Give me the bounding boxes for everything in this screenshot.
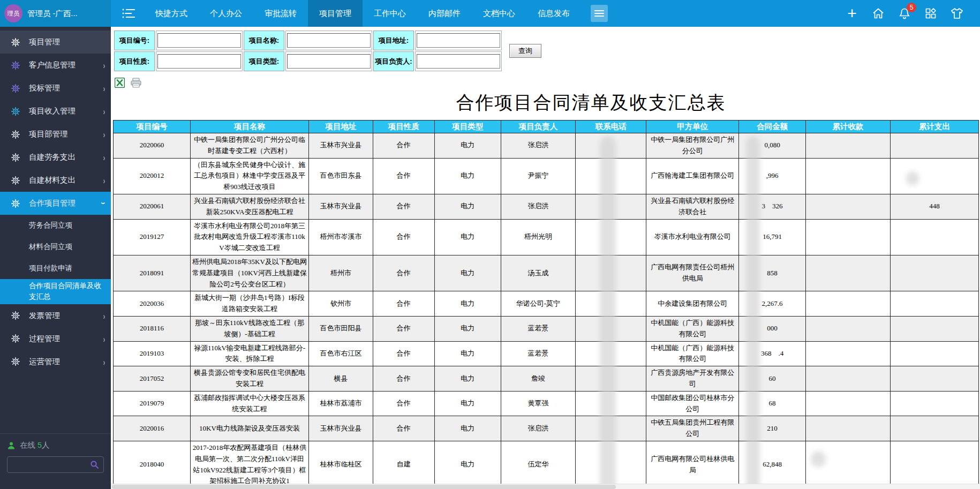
- table-cell: 广西电网有限责任公司梧州供电局: [646, 255, 739, 291]
- table-cell: 黄覃强: [501, 391, 575, 416]
- table-cell: 电力: [434, 158, 501, 194]
- table-cell: 中余建设集团有限公司: [646, 291, 739, 317]
- column-header: 项目负责人: [501, 121, 575, 133]
- sidebar-item-10[interactable]: 运营管理›: [0, 350, 111, 373]
- nav-tab-7[interactable]: 信息发布: [526, 0, 581, 27]
- table-cell: 詹竣: [501, 366, 575, 392]
- table-row-9[interactable]: 2019079荔浦邮政指挥调试中心大楼变压器系统安装工程桂林市荔浦市合作电力黄覃…: [114, 391, 979, 416]
- table-cell: 合作: [373, 219, 434, 255]
- nav-tab-5[interactable]: 内部邮件: [417, 0, 472, 27]
- theme-shirt-icon[interactable]: [950, 6, 964, 20]
- form-field-input-4[interactable]: [287, 54, 371, 69]
- table-cell: 10KV电力线路架设及变压器安装: [190, 416, 308, 441]
- excel-export-icon[interactable]: [115, 78, 125, 88]
- column-header: 合同金额: [739, 121, 805, 133]
- nav-tab-6[interactable]: 文档中心: [472, 0, 526, 27]
- plus-icon[interactable]: +: [845, 6, 859, 20]
- sidebar-item-0[interactable]: 项目管理: [0, 31, 111, 54]
- column-header: 项目类型: [434, 121, 501, 133]
- sidebar-item-7[interactable]: 合作项目管理›: [0, 192, 111, 215]
- form-field-input-3[interactable]: [157, 54, 241, 69]
- table-cell: 电力: [434, 391, 501, 416]
- sidebar-item-1[interactable]: 客户信息管理›: [0, 54, 111, 77]
- table-cell: [805, 194, 890, 219]
- table-cell: [575, 291, 646, 317]
- nav-tab-3[interactable]: 项目管理: [308, 0, 363, 27]
- gear-icon: [11, 357, 21, 366]
- table-row-0[interactable]: 2020060中铁一局集团有限公司广州分公司临时基建专变工程（六西村）玉林市兴业…: [114, 133, 979, 159]
- bell-icon[interactable]: 5: [898, 6, 911, 20]
- table-cell: 中铁五局集团贵州工程有限公司: [646, 416, 739, 441]
- sidebar-subitem-3[interactable]: 合作项目合同清单及收支汇总: [0, 279, 111, 304]
- table-cell: 桂林市临桂区: [309, 441, 373, 488]
- table-cell: 中铁一局集团有限公司广州分公司临时基建专变工程（六西村）: [190, 133, 308, 159]
- table-row-8[interactable]: 2017052横县贵源公馆专变和居民住宅供配电安装工程横县合作电力詹竣广西贵源房…: [114, 366, 979, 392]
- nav-tab-1[interactable]: 个人办公: [199, 0, 253, 27]
- column-header: 项目名称: [190, 121, 308, 133]
- user-chip[interactable]: 理员 管理员 -广西...: [0, 0, 111, 27]
- scrollbar-thumb[interactable]: [112, 485, 616, 489]
- form-field-label: 项目性质:: [114, 51, 155, 71]
- table-cell: 梧州市岑溪市: [309, 219, 373, 255]
- report-table: 项目编号项目名称项目地址项目性质项目类型项目负责人联系电话甲方单位合同金额累计收…: [113, 120, 979, 489]
- table-cell: [805, 291, 890, 317]
- sidebar-subitem-0[interactable]: 劳务合同立项: [0, 215, 111, 236]
- form-field-input-0[interactable]: [157, 33, 241, 48]
- sidebar-item-2[interactable]: 投标管理›: [0, 77, 111, 100]
- sidebar-item-3[interactable]: 项目收入管理›: [0, 100, 111, 123]
- table-cell: 858: [739, 255, 805, 291]
- print-icon[interactable]: [130, 78, 142, 88]
- chevron-right-icon: ›: [103, 311, 105, 320]
- table-row-2[interactable]: 2020061兴业县石南镇六联村股份经济联合社新装250KVA变压器配电工程玉林…: [114, 194, 979, 219]
- table-row-11[interactable]: 20180402017-2018年农配网基建项目（桂林供电局第一次、第二次分配1…: [114, 441, 979, 488]
- search-form: 项目编号:项目名称:项目地址:项目性质:项目类型:项目负责人: 查询: [111, 27, 980, 72]
- sidebar-subitem-2[interactable]: 项目付款申请: [0, 258, 111, 279]
- table-row-1[interactable]: 2020012（田东县城东全民健身中心设计、施工总承包项目）林逢中学变压器及平桥…: [114, 158, 979, 194]
- table-cell: 16,791: [739, 219, 805, 255]
- table-cell: 368 .4: [739, 341, 805, 366]
- sidebar-item-8[interactable]: 发票管理›: [0, 304, 111, 327]
- horizontal-scrollbar[interactable]: [111, 484, 980, 489]
- table-cell: 电力: [434, 366, 501, 392]
- sidebar-item-6[interactable]: 自建材料支出›: [0, 169, 111, 192]
- sidebar-item-4[interactable]: 项目部管理›: [0, 123, 111, 146]
- form-field-label: 项目名称:: [244, 31, 284, 50]
- nav-tab-0[interactable]: 快捷方式: [144, 0, 199, 27]
- sidebar-footer: 在线 5人: [0, 433, 111, 489]
- table-cell: 电力: [434, 416, 501, 441]
- sidebar-search[interactable]: [7, 456, 104, 473]
- sidebar-item-label: 自建材料支出: [29, 175, 103, 185]
- chevron-down-icon: ›: [100, 202, 109, 205]
- sidebar-search-input[interactable]: [12, 461, 90, 469]
- form-field-input-5[interactable]: [417, 54, 500, 69]
- table-cell: [575, 391, 646, 416]
- table-row-3[interactable]: 2019127岑溪市水利电业有限公司2018年第三批农村电网改造升级工程岑溪市1…: [114, 219, 979, 255]
- search-icon[interactable]: [90, 460, 99, 469]
- menu-toggle-icon[interactable]: [111, 0, 144, 27]
- more-menu-icon[interactable]: [591, 5, 608, 22]
- sidebar-item-5[interactable]: 自建劳务支出›: [0, 146, 111, 169]
- query-button[interactable]: 查询: [509, 44, 541, 58]
- table-cell: 合作: [373, 341, 434, 366]
- table-row-6[interactable]: 2018116那坡～田东110kV线路改造工程（那坡侧）-基础工程百色市田阳县合…: [114, 316, 979, 341]
- table-row-7[interactable]: 2019103禄源110kV输变电新建工程线路部分-安装、拆除工程百色市右江区合…: [114, 341, 979, 366]
- table-cell: [575, 158, 646, 194]
- table-cell: [805, 255, 890, 291]
- sidebar-subitem-1[interactable]: 材料合同立项: [0, 236, 111, 258]
- chevron-right-icon: ›: [103, 130, 105, 139]
- table-row-4[interactable]: 2018091梧州供电局2018年35KV及以下配电网常规基建项目（10KV河西…: [114, 255, 979, 291]
- table-cell: [891, 158, 979, 194]
- home-icon[interactable]: [871, 6, 885, 20]
- sidebar-item-9[interactable]: 过程管理›: [0, 327, 111, 350]
- nav-tab-4[interactable]: 工作中心: [363, 0, 417, 27]
- apps-icon[interactable]: [924, 6, 938, 20]
- table-row-5[interactable]: 2020036新城大街一期（沙井岛1号路）I标段道路箱变安装工程钦州市合作电力华…: [114, 291, 979, 317]
- table-cell: 合作: [373, 366, 434, 392]
- form-field-input-2[interactable]: [417, 33, 500, 48]
- nav-tab-2[interactable]: 审批流转: [253, 0, 308, 27]
- gear-icon: [11, 199, 21, 208]
- table-row-10[interactable]: 202001610KV电力线路架设及变压器安装玉林市兴业县合作电力张启洪中铁五局…: [114, 416, 979, 441]
- export-toolbar: [111, 72, 980, 88]
- table-cell: 梧州供电局2018年35KV及以下配电网常规基建项目（10KV河西上线新建保险公…: [190, 255, 308, 291]
- form-field-input-1[interactable]: [287, 33, 371, 48]
